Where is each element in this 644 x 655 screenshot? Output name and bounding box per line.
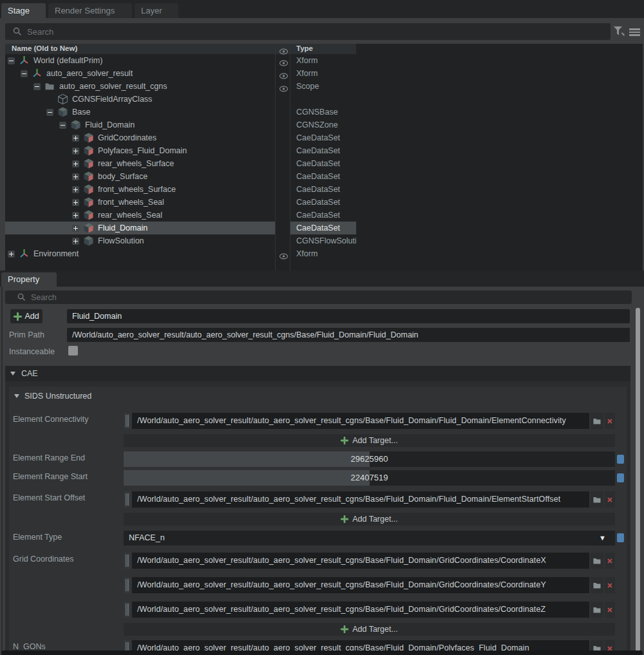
tree-row[interactable]: CaeDataSetPolyfaces_Fluid_Domain	[5, 144, 643, 157]
target-path-field[interactable]: /World/auto_aero_solver_result/auto_aero…	[132, 413, 589, 429]
visibility-eye-icon[interactable]	[279, 70, 289, 82]
expand-toggle-icon[interactable]	[8, 251, 15, 258]
tree-row[interactable]: CGNSFlowSolutionFlowSolution	[5, 234, 643, 247]
browse-folder-button[interactable]	[591, 413, 603, 429]
target-path-field[interactable]: /World/auto_aero_solver_result/auto_aero…	[132, 491, 589, 508]
visibility-eye-icon[interactable]	[279, 57, 289, 69]
expand-toggle-icon[interactable]	[72, 160, 79, 167]
expand-toggle-icon[interactable]	[72, 212, 79, 219]
add-property-button[interactable]: Add	[10, 309, 43, 323]
browse-folder-button[interactable]	[591, 602, 603, 618]
browse-folder-button[interactable]	[591, 553, 603, 569]
remove-target-button[interactable]	[605, 553, 615, 569]
instanceable-checkbox[interactable]	[68, 346, 78, 356]
tree-row[interactable]: XformWorld (defaultPrim)	[5, 54, 643, 67]
tree-row[interactable]: CaeDataSetrear_wheels_Surface	[5, 157, 643, 170]
remove-target-button[interactable]	[605, 413, 615, 429]
tab-stage[interactable]: Stage	[1, 3, 46, 18]
prim-type-label: Scope	[296, 82, 319, 91]
target-path-field[interactable]: /World/auto_aero_solver_result/auto_aero…	[132, 553, 589, 569]
add-target-button[interactable]: Add Target...	[124, 513, 615, 526]
xform-axis-icon	[32, 68, 42, 81]
column-type-header[interactable]: Type	[296, 44, 313, 52]
browse-folder-button[interactable]	[591, 577, 603, 593]
number-field[interactable]: 29625960	[124, 451, 615, 467]
tree-row[interactable]: Scopeauto_aero_solver_result_cgns	[5, 80, 643, 93]
attribute-override-indicator[interactable]	[617, 473, 624, 482]
prim-type-label: CaeDataSet	[296, 185, 340, 194]
element-type-dropdown[interactable]: NFACE_n▼	[124, 531, 615, 546]
tab-render-settings[interactable]: Render Settings	[48, 3, 132, 18]
collapse-toggle-icon[interactable]	[8, 57, 15, 64]
visibility-eye-icon[interactable]	[279, 83, 289, 95]
tree-row[interactable]: XformEnvironment	[5, 247, 643, 260]
tab-layer[interactable]: Layer	[135, 3, 178, 18]
collapse-toggle-icon[interactable]	[59, 122, 66, 129]
add-target-button[interactable]: Add Target...	[124, 623, 615, 636]
drag-handle-icon[interactable]	[124, 491, 131, 508]
property-panel: Search Add Fluid_Domain Prim Path /World…	[0, 287, 644, 655]
filter-icon[interactable]	[612, 25, 627, 37]
property-label: Element Connectivity	[13, 415, 88, 424]
number-field[interactable]: 22407519	[124, 470, 615, 486]
collapse-toggle-icon[interactable]	[46, 109, 53, 116]
expand-toggle-icon[interactable]	[72, 225, 79, 232]
tree-row[interactable]: CaeDataSetGridCoordinates	[5, 131, 643, 144]
add-target-label: Add Target...	[352, 436, 398, 445]
relationship-target-row: /World/auto_aero_solver_result/auto_aero…	[124, 577, 615, 593]
remove-target-button[interactable]	[605, 602, 615, 618]
expand-toggle-icon[interactable]	[72, 186, 79, 193]
cae-section-header[interactable]: CAE	[5, 366, 630, 381]
expand-toggle-icon[interactable]	[72, 147, 79, 155]
tree-row[interactable]: CGNSZoneFluid_Domain	[5, 119, 643, 131]
tree-row[interactable]: CGNSBaseBase	[5, 106, 643, 119]
prim-name-field[interactable]: Fluid_Domain	[67, 309, 630, 323]
drag-handle-icon[interactable]	[124, 553, 131, 569]
tree-row-type-cell: CaeDataSet	[290, 170, 356, 183]
vertical-scrollbar[interactable]	[636, 308, 640, 651]
sids-section-header[interactable]: SIDS Unstructured	[9, 386, 627, 406]
tree-row[interactable]: CaeDataSetfront_wheels_Surface	[5, 183, 643, 196]
stage-search-input[interactable]: Search	[5, 23, 611, 40]
tab-property[interactable]: Property	[1, 272, 57, 287]
prim-type-label: Xform	[296, 69, 317, 78]
plus-icon	[14, 312, 22, 321]
prim-path-field[interactable]: /World/auto_aero_solver_result/auto_aero…	[67, 328, 630, 342]
expand-toggle-icon[interactable]	[72, 199, 79, 206]
drag-handle-icon[interactable]	[124, 602, 131, 618]
tree-row[interactable]: CaeDataSetfront_wheels_Seal	[5, 196, 643, 209]
property-search-input[interactable]: Search	[5, 290, 632, 304]
add-target-button[interactable]: Add Target...	[124, 434, 615, 447]
visibility-eye-icon[interactable]	[279, 251, 289, 262]
cae-dataset-cube-icon	[84, 223, 93, 236]
collapse-toggle-icon[interactable]	[33, 83, 41, 90]
collapse-toggle-icon[interactable]	[21, 70, 28, 77]
property-label: Element Range End	[13, 453, 85, 462]
remove-target-button[interactable]	[605, 491, 615, 508]
horizontal-scrollbar[interactable]	[1, 650, 643, 655]
remove-target-button[interactable]	[605, 577, 615, 593]
drag-handle-icon[interactable]	[124, 413, 131, 429]
tree-row[interactable]: CaeDataSetFluid_Domain	[5, 222, 643, 234]
cae-dataset-cube-icon	[84, 210, 93, 223]
cae-dataset-cube-icon	[84, 184, 93, 197]
column-name-header[interactable]: Name (Old to New)	[12, 44, 77, 52]
expand-toggle-icon[interactable]	[72, 173, 79, 180]
property-row: Element Range Start22407519	[9, 470, 627, 486]
tree-row[interactable]: CGNSFieldArrayClass	[5, 93, 643, 106]
expand-toggle-icon[interactable]	[72, 238, 79, 245]
attribute-override-indicator[interactable]	[617, 455, 624, 464]
tree-row-type-cell: CGNSZone	[290, 119, 356, 131]
tree-row-name-cell	[5, 67, 275, 80]
add-target-label: Add Target...	[352, 515, 398, 524]
menu-icon[interactable]	[629, 28, 640, 37]
tree-row[interactable]: CaeDataSetbody_Surface	[5, 170, 643, 183]
drag-handle-icon[interactable]	[124, 577, 131, 593]
attribute-override-indicator[interactable]	[617, 533, 624, 542]
target-path-field[interactable]: /World/auto_aero_solver_result/auto_aero…	[132, 577, 589, 593]
target-path-field[interactable]: /World/auto_aero_solver_result/auto_aero…	[132, 602, 589, 618]
expand-toggle-icon[interactable]	[72, 135, 79, 142]
tree-row[interactable]: CaeDataSetrear_wheels_Seal	[5, 209, 643, 222]
browse-folder-button[interactable]	[591, 491, 603, 508]
tree-row[interactable]: Xformauto_aero_solver_result	[5, 67, 643, 80]
